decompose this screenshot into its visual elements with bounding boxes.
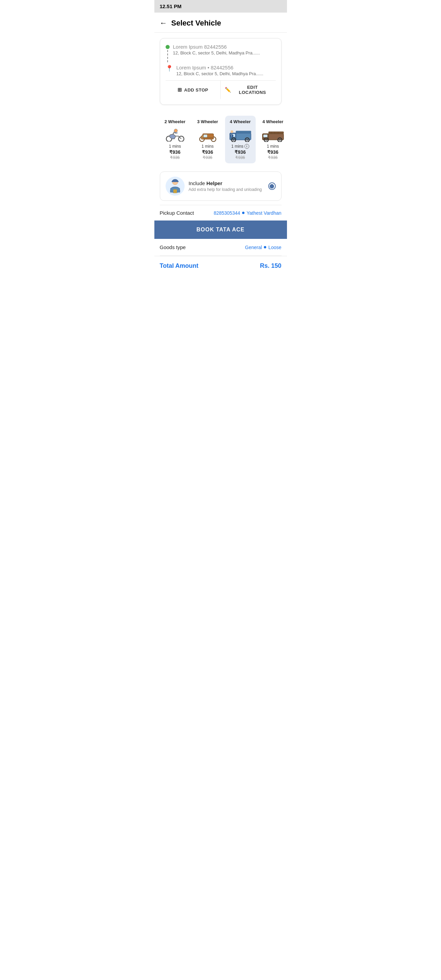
add-stop-button[interactable]: ⊞ ADD STOP bbox=[166, 81, 221, 99]
route-line bbox=[167, 50, 168, 62]
svg-text:T: T bbox=[231, 135, 232, 137]
goods-type-label: Goods type bbox=[160, 244, 186, 250]
pickup-contact-row: Pickup Contact 8285305344 Yathest Vardha… bbox=[154, 205, 287, 221]
pickup-location: Lorem Ipsum 82442556 12, Block C, sector… bbox=[166, 44, 276, 63]
goods-loose: Loose bbox=[268, 245, 281, 250]
helper-text: Include Helper Add extra help for loadin… bbox=[189, 180, 264, 192]
location-card: Lorem Ipsum 82442556 12, Block C, sector… bbox=[160, 38, 282, 105]
svg-point-15 bbox=[233, 139, 234, 141]
header: ← Select Vehicle bbox=[154, 13, 287, 33]
info-icon[interactable]: i bbox=[244, 144, 249, 149]
svg-point-18 bbox=[230, 130, 233, 133]
pickup-contact-info[interactable]: 8285305344 Yathest Vardhan bbox=[214, 210, 281, 216]
helper-subtitle: Add extra help for loading and unloading bbox=[189, 187, 264, 192]
dropoff-address: 12, Block C, sector 5, Delhi, Madhya Pra… bbox=[176, 71, 263, 76]
helper-section: Include Helper Add extra help for loadin… bbox=[160, 172, 282, 201]
back-button[interactable]: ← bbox=[160, 19, 167, 27]
contact-separator-dot bbox=[242, 212, 244, 214]
helper-radio[interactable] bbox=[268, 182, 276, 190]
status-time: 12.51 PM bbox=[160, 3, 182, 9]
dropoff-location: 📍 Lorem Ipsum • 82442556 12, Block C, se… bbox=[166, 65, 276, 76]
page-title: Select Vehicle bbox=[171, 19, 221, 27]
svg-rect-17 bbox=[236, 131, 251, 133]
svg-point-16 bbox=[246, 139, 248, 141]
svg-point-3 bbox=[174, 129, 178, 132]
vehicle-scroll: 2 Wheeler 1 mins ₹936 ₹936 bbox=[154, 113, 287, 166]
helper-avatar bbox=[166, 177, 185, 196]
svg-rect-23 bbox=[263, 134, 268, 137]
svg-rect-24 bbox=[269, 132, 284, 134]
pickup-phone: 8285305344 bbox=[214, 210, 240, 216]
vehicle-icon-scooter bbox=[163, 126, 187, 142]
goods-type-row: Goods type General Loose bbox=[154, 239, 287, 256]
goods-separator-dot bbox=[264, 246, 266, 248]
total-amount-value: Rs. 150 bbox=[260, 262, 281, 269]
pickup-name: Lorem Ipsum 82442556 bbox=[173, 44, 260, 50]
dropoff-name: Lorem Ipsum • 82442556 bbox=[176, 65, 263, 70]
status-bar: 12.51 PM bbox=[154, 0, 287, 13]
dropoff-pin: 📍 bbox=[166, 65, 173, 72]
pickup-dot bbox=[166, 45, 170, 49]
total-amount-row: Total Amount Rs. 150 bbox=[154, 256, 287, 275]
vehicle-item-4wheeler-2[interactable]: 4 Wheeler 1 mins ₹936 bbox=[258, 116, 287, 163]
location-actions: ⊞ ADD STOP ✏️ EDIT LOCATIONS bbox=[166, 80, 276, 99]
vehicle-item-3wheeler[interactable]: 3 Wheeler 1 mins ₹936 ₹936 bbox=[192, 116, 223, 163]
pickup-address: 12, Block C, sector 5, Delhi, Madhya Pra… bbox=[173, 50, 260, 56]
svg-point-31 bbox=[279, 139, 281, 141]
vehicle-item-2wheeler[interactable]: 2 Wheeler 1 mins ₹936 ₹936 bbox=[160, 116, 190, 163]
vehicle-icon-truck-blue: T bbox=[228, 126, 252, 142]
vehicle-section: 2 Wheeler 1 mins ₹936 ₹936 bbox=[154, 110, 287, 170]
total-amount-label: Total Amount bbox=[160, 262, 198, 269]
vehicle-item-4wheeler-selected[interactable]: 4 Wheeler bbox=[225, 116, 256, 163]
svg-point-30 bbox=[265, 139, 267, 141]
vehicle-icon-truck-brown bbox=[261, 126, 285, 142]
edit-locations-button[interactable]: ✏️ EDIT LOCATIONS bbox=[220, 81, 276, 99]
pickup-contact-label: Pickup Contact bbox=[160, 210, 194, 216]
svg-rect-8 bbox=[203, 134, 208, 137]
pickup-name: Yathest Vardhan bbox=[246, 210, 281, 216]
goods-general: General bbox=[245, 245, 262, 250]
radio-selected-indicator bbox=[270, 184, 274, 189]
book-button[interactable]: BOOK TATA ACE bbox=[154, 221, 287, 239]
helper-title: Include Helper bbox=[189, 180, 264, 186]
vehicle-icon-3wheeler bbox=[196, 126, 220, 142]
add-icon: ⊞ bbox=[178, 87, 182, 93]
goods-type-value[interactable]: General Loose bbox=[245, 245, 282, 250]
edit-icon: ✏️ bbox=[225, 87, 232, 93]
